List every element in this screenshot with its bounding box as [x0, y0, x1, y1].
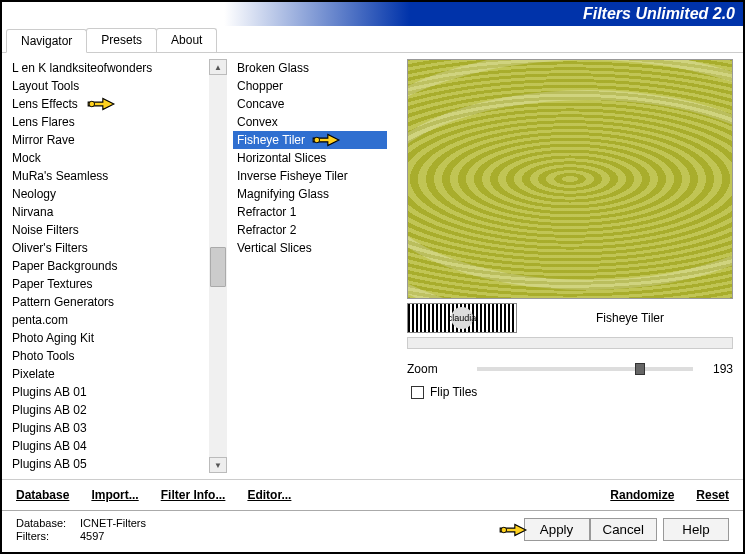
category-column: L en K landksiteofwondersLayout ToolsLen…: [2, 53, 209, 479]
category-item[interactable]: Plugins AB 04: [8, 437, 209, 455]
tab-about[interactable]: About: [156, 28, 217, 52]
category-item[interactable]: Photo Tools: [8, 347, 209, 365]
zoom-label: Zoom: [407, 362, 467, 376]
zoom-param-row: Zoom 193: [407, 359, 733, 379]
database-value: ICNET-Filters: [80, 517, 146, 529]
zoom-slider-thumb[interactable]: [635, 363, 645, 375]
filter-item[interactable]: Magnifying Glass: [233, 185, 387, 203]
category-item[interactable]: Plugins AB 02: [8, 401, 209, 419]
database-link[interactable]: Database: [16, 488, 69, 502]
main-panel: L en K landksiteofwondersLayout ToolsLen…: [2, 53, 743, 479]
category-item[interactable]: L en K landksiteofwonders: [8, 59, 209, 77]
category-item[interactable]: Plugins AB 05: [8, 455, 209, 473]
category-item[interactable]: Plugins AB 01: [8, 383, 209, 401]
scroll-down-icon[interactable]: ▼: [209, 457, 227, 473]
filter-item[interactable]: Vertical Slices: [233, 239, 387, 257]
filter-title-row: claudia Fisheye Tiler: [407, 299, 733, 337]
toolbar: Database Import... Filter Info... Editor…: [2, 479, 743, 510]
category-item[interactable]: Nirvana: [8, 203, 209, 221]
zoom-slider[interactable]: [477, 367, 693, 371]
progress-bar: [407, 337, 733, 349]
category-item[interactable]: MuRa's Seamless: [8, 167, 209, 185]
hand-cursor-icon: [311, 131, 341, 149]
scroll-up-icon[interactable]: ▲: [209, 59, 227, 75]
filter-item[interactable]: Fisheye Tiler: [233, 131, 387, 149]
hand-cursor-icon: [86, 95, 116, 113]
filter-item[interactable]: Inverse Fisheye Tiler: [233, 167, 387, 185]
titlebar: Filters Unlimited 2.0: [2, 2, 743, 26]
filter-item[interactable]: Refractor 2: [233, 221, 387, 239]
category-item[interactable]: Mirror Rave: [8, 131, 209, 149]
filter-item[interactable]: Chopper: [233, 77, 387, 95]
category-item[interactable]: Mock: [8, 149, 209, 167]
filter-item[interactable]: Convex: [233, 113, 387, 131]
tab-presets[interactable]: Presets: [86, 28, 157, 52]
category-item[interactable]: Paper Textures: [8, 275, 209, 293]
preview-column: claudia Fisheye Tiler Zoom 193 Flip Tile…: [387, 53, 743, 479]
category-item[interactable]: Plugins AB 03: [8, 419, 209, 437]
tab-bar: NavigatorPresetsAbout: [2, 28, 743, 53]
filter-item[interactable]: Refractor 1: [233, 203, 387, 221]
footer: Database: ICNET-Filters Filters: 4597 Ap…: [2, 510, 743, 552]
randomize-link[interactable]: Randomize: [610, 488, 674, 502]
editor-link[interactable]: Editor...: [247, 488, 291, 502]
category-list[interactable]: L en K landksiteofwondersLayout ToolsLen…: [8, 59, 209, 473]
database-label: Database:: [16, 517, 76, 529]
filters-count-label: Filters:: [16, 530, 76, 542]
category-item[interactable]: Neology: [8, 185, 209, 203]
category-item[interactable]: Oliver's Filters: [8, 239, 209, 257]
category-item[interactable]: Pixelate: [8, 365, 209, 383]
category-item[interactable]: Paper Backgrounds: [8, 257, 209, 275]
help-button[interactable]: Help: [663, 518, 729, 541]
app-window: Filters Unlimited 2.0 NavigatorPresetsAb…: [0, 0, 745, 554]
category-item[interactable]: Lens Effects: [8, 95, 209, 113]
import-link[interactable]: Import...: [91, 488, 138, 502]
filter-list[interactable]: Broken GlassChopperConcaveConvexFisheye …: [233, 59, 387, 473]
apply-button-wrapper: Apply: [524, 518, 590, 541]
filter-item[interactable]: Concave: [233, 95, 387, 113]
flip-tiles-row[interactable]: Flip Tiles: [411, 379, 733, 405]
tab-navigator[interactable]: Navigator: [6, 29, 87, 53]
category-item[interactable]: Pattern Generators: [8, 293, 209, 311]
app-title: Filters Unlimited 2.0: [583, 5, 735, 23]
reset-link[interactable]: Reset: [696, 488, 729, 502]
watermark-logo: claudia: [407, 303, 517, 333]
flip-tiles-label: Flip Tiles: [430, 385, 477, 399]
category-item[interactable]: Lens Flares: [8, 113, 209, 131]
filters-count-value: 4597: [80, 530, 146, 542]
category-scrollbar[interactable]: ▲ ▼: [209, 59, 227, 473]
category-item[interactable]: Layout Tools: [8, 77, 209, 95]
scroll-track[interactable]: [209, 75, 227, 457]
watermark-text: claudia: [451, 307, 473, 329]
filter-column: Broken GlassChopperConcaveConvexFisheye …: [227, 53, 387, 479]
category-item[interactable]: Photo Aging Kit: [8, 329, 209, 347]
preview-image: [407, 59, 733, 299]
footer-info: Database: ICNET-Filters Filters: 4597: [16, 517, 146, 542]
current-filter-name: Fisheye Tiler: [527, 311, 733, 325]
filter-info-link[interactable]: Filter Info...: [161, 488, 226, 502]
zoom-value: 193: [703, 362, 733, 376]
filter-item[interactable]: Horizontal Slices: [233, 149, 387, 167]
filter-item[interactable]: Broken Glass: [233, 59, 387, 77]
cancel-button[interactable]: Cancel: [590, 518, 658, 541]
scroll-thumb[interactable]: [210, 247, 226, 287]
category-item[interactable]: penta.com: [8, 311, 209, 329]
flip-tiles-checkbox[interactable]: [411, 386, 424, 399]
category-item[interactable]: Noise Filters: [8, 221, 209, 239]
apply-button[interactable]: Apply: [524, 518, 590, 541]
